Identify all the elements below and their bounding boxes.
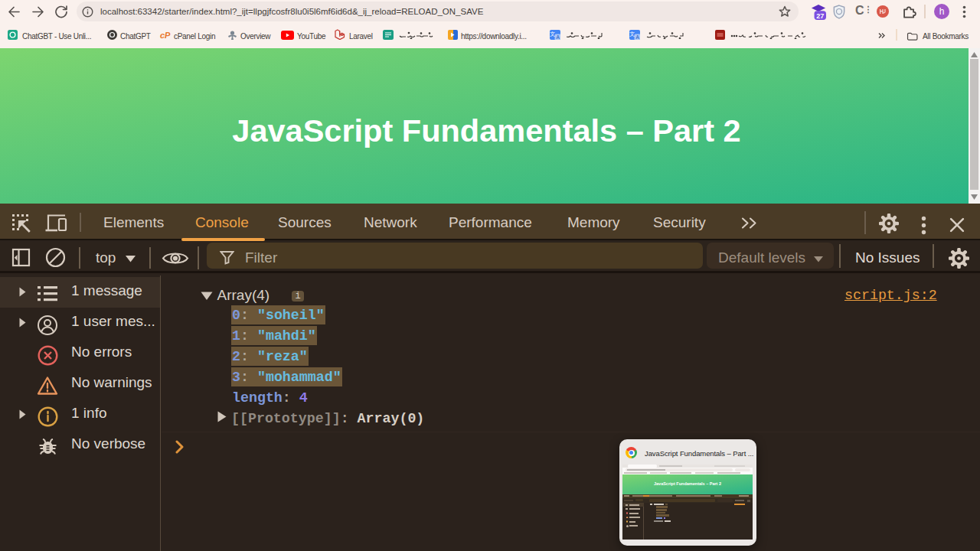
svg-text:27: 27: [816, 12, 824, 20]
svg-text:文: 文: [550, 31, 555, 37]
svg-text:文: 文: [629, 31, 635, 37]
